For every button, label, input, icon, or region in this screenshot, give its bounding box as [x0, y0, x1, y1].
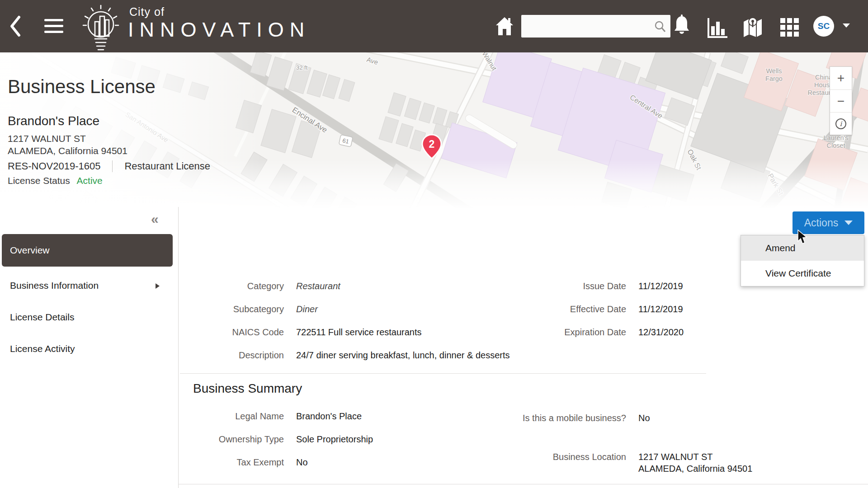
actions-button-label: Actions: [804, 217, 838, 229]
field-label: Tax Exempt: [180, 456, 284, 468]
field-label: NAICS Code: [180, 326, 284, 338]
avatar[interactable]: SC: [813, 16, 834, 37]
address-line2: ALAMEDA, California 94501: [8, 145, 127, 156]
field-effective-date: Effective Date 11/12/2019: [522, 303, 766, 315]
license-status-row: License Status Active: [8, 175, 103, 186]
field-value: Restaurant: [296, 280, 340, 292]
map-icon[interactable]: [742, 15, 764, 39]
field-label: Is this a mobile business?: [522, 412, 626, 424]
back-icon[interactable]: [7, 14, 24, 38]
sidebar-item-license-details[interactable]: License Details: [10, 312, 74, 323]
poi-laurens-closet: Lauren's Closet: [823, 134, 848, 149]
actions-button[interactable]: Actions: [793, 211, 864, 234]
field-label: Ownership Type: [180, 433, 284, 445]
sidebar-collapse-icon[interactable]: «: [151, 211, 159, 227]
global-search: [521, 15, 670, 38]
map-scale-label: 32 ft: [296, 64, 308, 71]
field-value: No: [638, 412, 650, 424]
field-legal-name: Legal Name Brandon's Place: [180, 410, 514, 422]
search-icon[interactable]: [654, 20, 666, 33]
field-value: 12/31/2020: [638, 326, 684, 338]
field-tax-exempt: Tax Exempt No: [180, 456, 514, 468]
field-label: Issue Date: [522, 280, 626, 292]
field-label: Description: [180, 349, 284, 361]
info-icon: i: [835, 118, 846, 129]
zoom-out-button[interactable]: −: [830, 89, 852, 112]
sidebar-item-overview[interactable]: Overview: [2, 234, 173, 267]
field-ownership-type: Ownership Type Sole Proprietorship: [180, 433, 514, 445]
field-value: 722511 Full service restaurants: [296, 326, 422, 338]
field-label: Subcategory: [180, 303, 284, 315]
expand-right-icon[interactable]: [156, 283, 160, 289]
sidebar-divider: [178, 207, 179, 488]
sidebar-item-label: Overview: [10, 245, 50, 256]
map-info-button[interactable]: i: [830, 112, 852, 135]
svg-text:61: 61: [342, 137, 349, 145]
field-label: Business Location: [522, 451, 626, 474]
sidebar-item-business-information[interactable]: Business Information: [10, 280, 99, 291]
field-label: Legal Name: [180, 410, 284, 422]
field-value: Diner: [296, 303, 318, 315]
logo-text-innovation: INNOVATION: [128, 18, 310, 42]
notifications-bell-icon[interactable]: [673, 14, 690, 38]
business-summary-left: Legal Name Brandon's Place Ownership Typ…: [180, 410, 514, 479]
poi-wells-fargo: Wells Fargo: [765, 67, 783, 82]
svg-text:Fargo: Fargo: [765, 75, 783, 82]
field-subcategory: Subcategory Diner: [180, 303, 514, 315]
actions-menu: Amend View Certificate: [741, 235, 864, 286]
route-shield-61: 61: [339, 135, 353, 147]
menu-item-view-certificate[interactable]: View Certificate: [741, 261, 864, 286]
field-value: 11/12/2019: [638, 303, 683, 315]
bottom-divider: [179, 484, 868, 484]
field-issue-date: Issue Date 11/12/2019: [522, 280, 766, 292]
field-value: 11/12/2019: [638, 280, 683, 292]
analytics-chart-icon[interactable]: [707, 17, 728, 39]
field-value: 24/7 diner serving breakfast, lunch, din…: [296, 349, 509, 361]
overview-fields-left: Category Restaurant Subcategory Diner NA…: [180, 280, 514, 372]
field-mobile-business: Is this a mobile business? No: [522, 412, 793, 435]
profile-caret-icon[interactable]: [843, 23, 850, 28]
record-number: RES-NOV2019-1605: [8, 160, 100, 172]
business-location-line2: ALAMEDA, California 94501: [638, 463, 752, 474]
caret-down-icon: [844, 221, 853, 225]
business-location-line1: 1217 WALNUT ST: [638, 451, 752, 463]
city-logo-bulb-icon: [80, 2, 123, 52]
field-label: Expiration Date: [522, 326, 626, 338]
address-line1: 1217 WALNUT ST: [8, 133, 86, 144]
field-naics-code: NAICS Code 722511 Full service restauran…: [180, 326, 514, 338]
logo-text-city-of: City of: [129, 5, 165, 19]
zoom-in-button[interactable]: +: [830, 67, 852, 89]
search-input[interactable]: [521, 15, 653, 38]
field-value: Sole Proprietorship: [296, 433, 373, 445]
field-value: 1217 WALNUT ST ALAMEDA, California 94501: [638, 451, 752, 474]
svg-text:Wells: Wells: [766, 67, 782, 75]
map-canvas[interactable]: Ave Walnut Encinal Ave San Antonio Ave C…: [0, 52, 868, 213]
avatar-initials: SC: [818, 21, 830, 31]
section-divider: [180, 373, 706, 374]
app-header: City of INNOVATION: [0, 0, 868, 52]
overview-fields-right: Issue Date 11/12/2019 Effective Date 11/…: [522, 280, 766, 349]
field-value: No: [296, 456, 308, 468]
field-expiration-date: Expiration Date 12/31/2020: [522, 326, 766, 338]
sidebar-item-license-activity[interactable]: License Activity: [10, 343, 75, 354]
field-business-location: Business Location 1217 WALNUT ST ALAMEDA…: [522, 451, 793, 486]
field-label: Effective Date: [522, 303, 626, 315]
status-badge: Active: [77, 175, 103, 186]
svg-text:Closet: Closet: [826, 142, 845, 149]
record-row: RES-NOV2019-1605 Restaurant License: [8, 160, 210, 172]
svg-text:Lauren's: Lauren's: [823, 134, 848, 141]
apps-grid-icon[interactable]: [780, 18, 799, 37]
map-zoom-controls: + − i: [830, 66, 852, 135]
menu-item-amend[interactable]: Amend: [741, 235, 864, 261]
field-category: Category Restaurant: [180, 280, 514, 292]
field-value: Brandon's Place: [296, 410, 362, 422]
record-divider: [112, 160, 113, 172]
business-name: Brandon's Place: [8, 114, 99, 128]
record-type: Restaurant License: [124, 160, 210, 172]
field-label: Category: [180, 280, 284, 292]
home-icon[interactable]: [495, 15, 514, 36]
svg-text:2: 2: [429, 138, 435, 150]
menu-icon[interactable]: [44, 19, 63, 33]
license-status-label: License Status: [8, 175, 70, 186]
business-summary-title: Business Summary: [193, 381, 302, 396]
